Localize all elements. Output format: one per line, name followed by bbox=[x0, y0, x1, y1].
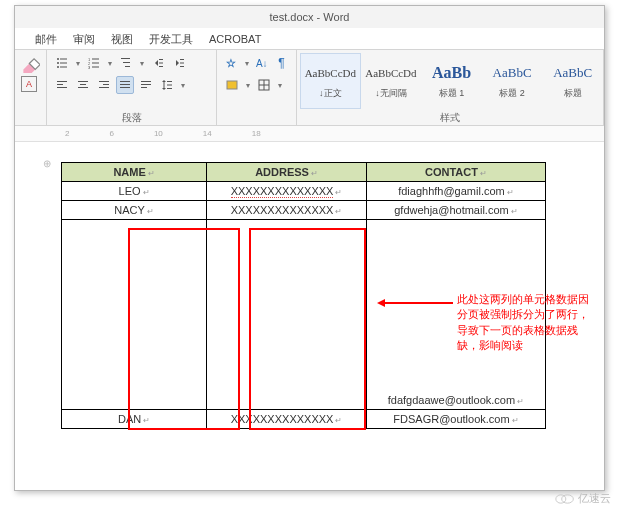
svg-marker-42 bbox=[162, 88, 166, 90]
svg-rect-22 bbox=[180, 59, 184, 60]
th-address: ADDRESS↵ bbox=[207, 163, 367, 182]
svg-rect-43 bbox=[167, 81, 172, 82]
svg-point-50 bbox=[556, 494, 566, 502]
dropdown-icon[interactable]: ▾ bbox=[138, 54, 146, 72]
sort-icon[interactable]: A↓ bbox=[253, 54, 270, 72]
svg-rect-37 bbox=[141, 81, 151, 82]
distribute-icon[interactable] bbox=[137, 76, 155, 94]
tab-review[interactable]: 审阅 bbox=[73, 28, 95, 49]
multilevel-icon[interactable] bbox=[117, 54, 135, 72]
svg-point-51 bbox=[562, 494, 574, 502]
style-nospace[interactable]: AaBbCcDd ↓无间隔 bbox=[361, 53, 422, 109]
eraser-icon[interactable] bbox=[21, 54, 40, 72]
dropdown-icon[interactable]: ▾ bbox=[243, 54, 250, 72]
group-clipboard: A bbox=[15, 50, 47, 125]
window-title: test.docx - Word bbox=[270, 11, 350, 23]
table-row: LEO↵XXXXXXXXXXXXXX↵fdiaghhfh@gamil.com↵ bbox=[62, 182, 546, 201]
svg-rect-25 bbox=[57, 81, 67, 82]
tab-developer[interactable]: 开发工具 bbox=[149, 28, 193, 49]
numbering-icon[interactable]: 123 bbox=[85, 54, 103, 72]
svg-marker-21 bbox=[176, 60, 179, 66]
ruler: 26101418 bbox=[15, 126, 604, 142]
svg-rect-3 bbox=[60, 59, 67, 60]
svg-rect-44 bbox=[167, 85, 172, 86]
outdent-icon[interactable] bbox=[149, 54, 167, 72]
table-header-row: NAME↵ ADDRESS↵ CONTACT↵ bbox=[62, 163, 546, 182]
svg-rect-23 bbox=[180, 63, 184, 64]
svg-rect-30 bbox=[78, 87, 88, 88]
ribbon: A ▾ 123▾ ▾ ▾ bbox=[15, 50, 604, 126]
svg-rect-18 bbox=[159, 59, 163, 60]
annotation-arrow bbox=[381, 302, 453, 304]
svg-rect-46 bbox=[227, 81, 237, 89]
bullets-icon[interactable] bbox=[53, 54, 71, 72]
table-row: DAN↵XXXXXXXXXXXXXX↵FDSAGR@outlook.com↵ bbox=[62, 410, 546, 429]
indent-icon[interactable] bbox=[170, 54, 188, 72]
svg-rect-15 bbox=[123, 62, 130, 63]
table-row: NACY↵XXXXXXXXXXXXXX↵gfdwehja@hotmail.com… bbox=[62, 201, 546, 220]
svg-rect-45 bbox=[167, 88, 172, 89]
dropdown-icon[interactable]: ▾ bbox=[106, 54, 114, 72]
dropdown-icon[interactable]: ▾ bbox=[179, 76, 187, 94]
svg-rect-32 bbox=[103, 84, 109, 85]
svg-rect-16 bbox=[125, 66, 130, 67]
annotation-text: 此处这两列的单元格数据因分页被强制拆分为了两行，导致下一页的表格数据残缺，影响阅… bbox=[457, 292, 597, 354]
group-sort: ☆▾ A↓ ¶ ▾ ▾ bbox=[217, 50, 297, 125]
line-spacing-icon[interactable] bbox=[158, 76, 176, 94]
group-label: 样式 bbox=[297, 111, 603, 125]
tab-view[interactable]: 视图 bbox=[111, 28, 133, 49]
svg-rect-33 bbox=[99, 87, 109, 88]
svg-rect-11 bbox=[92, 63, 99, 64]
justify-icon[interactable] bbox=[116, 76, 134, 94]
svg-rect-29 bbox=[80, 84, 86, 85]
ribbon-tabs: 邮件 审阅 视图 开发工具 ACROBAT bbox=[15, 28, 604, 50]
svg-rect-39 bbox=[141, 87, 147, 88]
svg-rect-5 bbox=[60, 63, 67, 64]
group-styles: AaBbCcDd ↓正文 AaBbCcDd ↓无间隔 AaBb 标题 1 AaB… bbox=[297, 50, 604, 125]
watermark: 亿速云 bbox=[555, 491, 611, 506]
svg-rect-38 bbox=[141, 84, 151, 85]
svg-rect-19 bbox=[159, 63, 163, 64]
svg-rect-36 bbox=[120, 87, 130, 88]
style-h1[interactable]: AaBb 标题 1 bbox=[421, 53, 482, 109]
style-title[interactable]: AaBbC 标题 bbox=[542, 53, 603, 109]
svg-rect-20 bbox=[159, 66, 163, 67]
svg-rect-9 bbox=[92, 59, 99, 60]
tab-mail[interactable]: 邮件 bbox=[35, 28, 57, 49]
align-center-icon[interactable] bbox=[74, 76, 92, 94]
anchor-icon: ⊕ bbox=[43, 158, 51, 169]
style-h2[interactable]: AaBbC 标题 2 bbox=[482, 53, 543, 109]
shading-icon[interactable] bbox=[223, 76, 241, 94]
borders-icon[interactable] bbox=[255, 76, 273, 94]
svg-marker-40 bbox=[162, 80, 166, 82]
svg-marker-17 bbox=[155, 60, 158, 66]
th-contact: CONTACT↵ bbox=[366, 163, 545, 182]
svg-rect-14 bbox=[121, 58, 130, 59]
svg-rect-35 bbox=[120, 84, 130, 85]
dropdown-icon[interactable]: ▾ bbox=[74, 54, 82, 72]
svg-rect-27 bbox=[57, 87, 67, 88]
svg-rect-24 bbox=[180, 66, 184, 67]
svg-rect-7 bbox=[60, 67, 67, 68]
svg-rect-26 bbox=[57, 84, 63, 85]
svg-point-4 bbox=[57, 62, 59, 64]
svg-rect-31 bbox=[99, 81, 109, 82]
word-window: test.docx - Word 邮件 审阅 视图 开发工具 ACROBAT A bbox=[14, 5, 605, 491]
group-paragraph: ▾ 123▾ ▾ ▾ 段落 bbox=[47, 50, 217, 125]
th-name: NAME↵ bbox=[62, 163, 207, 182]
pilcrow-icon[interactable]: ¶ bbox=[273, 54, 290, 72]
style-normal[interactable]: AaBbCcDd ↓正文 bbox=[300, 53, 361, 109]
dropdown-icon[interactable]: ▾ bbox=[276, 76, 284, 94]
align-right-icon[interactable] bbox=[95, 76, 113, 94]
chinese-layout-icon[interactable]: ☆ bbox=[223, 54, 240, 72]
dropdown-icon[interactable]: ▾ bbox=[244, 76, 252, 94]
svg-point-2 bbox=[57, 58, 59, 60]
svg-text:3: 3 bbox=[88, 65, 91, 69]
align-left-icon[interactable] bbox=[53, 76, 71, 94]
svg-rect-13 bbox=[92, 67, 99, 68]
group-label: 段落 bbox=[47, 111, 216, 125]
svg-rect-28 bbox=[78, 81, 88, 82]
tab-acrobat[interactable]: ACROBAT bbox=[209, 28, 261, 49]
char-box-icon[interactable]: A bbox=[21, 76, 37, 92]
titlebar: test.docx - Word bbox=[15, 6, 604, 28]
